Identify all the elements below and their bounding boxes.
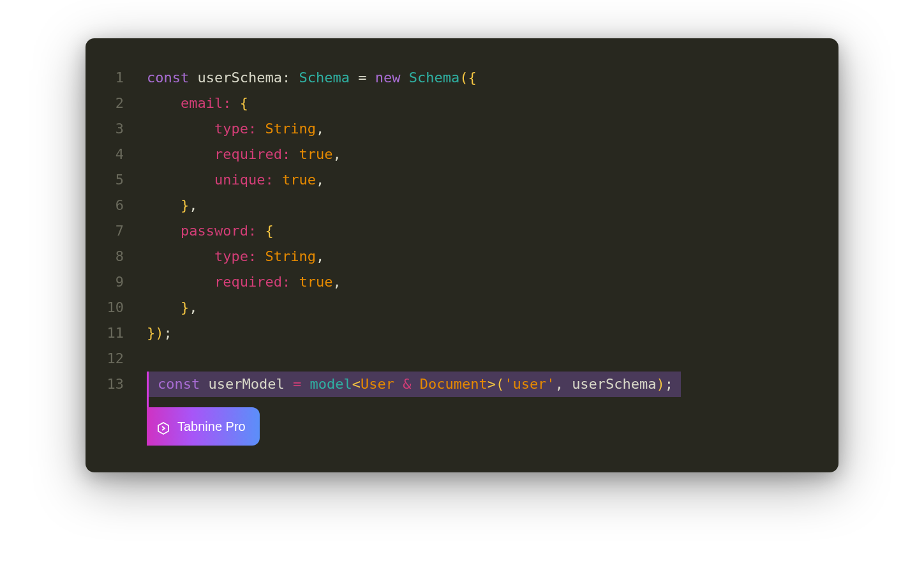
code-line[interactable]: 8 type: String, — [98, 244, 812, 269]
code-content: required: true, — [147, 269, 812, 295]
suggestion-line[interactable]: 13 const userModel = model<User & Docume… — [98, 372, 812, 397]
line-number: 5 — [98, 167, 124, 193]
code-content: }); — [147, 320, 812, 346]
code-editor: 1const userSchema: Schema = new Schema({… — [86, 38, 838, 472]
code-line[interactable]: 3 type: String, — [98, 116, 812, 142]
line-number: 13 — [98, 372, 124, 397]
line-number: 4 — [98, 142, 124, 167]
code-line[interactable]: 4 required: true, — [98, 142, 812, 167]
code-line[interactable]: 9 required: true, — [98, 269, 812, 295]
line-number: 9 — [98, 269, 124, 295]
svg-marker-0 — [158, 423, 168, 434]
code-content: email: { — [147, 91, 812, 116]
tabnine-badge[interactable]: Tabnine Pro — [147, 407, 260, 446]
code-line[interactable]: 7 password: { — [98, 218, 812, 244]
code-content: type: String, — [147, 244, 812, 269]
code-line[interactable]: 6 }, — [98, 193, 812, 218]
line-number: 6 — [98, 193, 124, 218]
code-area[interactable]: 1const userSchema: Schema = new Schema({… — [98, 65, 812, 446]
line-number: 8 — [98, 244, 124, 269]
code-content: unique: true, — [147, 167, 812, 193]
code-line[interactable]: 12 — [98, 346, 812, 372]
suggestion-box[interactable]: const userModel = model<User & Document>… — [147, 372, 681, 397]
code-content: }, — [147, 295, 812, 320]
line-number: 2 — [98, 91, 124, 116]
code-content: const userSchema: Schema = new Schema({ — [147, 65, 812, 91]
line-number: 11 — [98, 320, 124, 346]
code-line[interactable]: 10 }, — [98, 295, 812, 320]
code-line[interactable]: 11}); — [98, 320, 812, 346]
tabnine-icon — [156, 419, 171, 434]
line-number: 10 — [98, 295, 124, 320]
code-content: required: true, — [147, 142, 812, 167]
line-number: 3 — [98, 116, 124, 142]
code-line[interactable]: 1const userSchema: Schema = new Schema({ — [98, 65, 812, 91]
line-number: 7 — [98, 218, 124, 244]
code-line[interactable]: 5 unique: true, — [98, 167, 812, 193]
line-number: 1 — [98, 65, 124, 91]
badge-label: Tabnine Pro — [177, 414, 246, 439]
code-content: }, — [147, 193, 812, 218]
code-content: type: String, — [147, 116, 812, 142]
code-line[interactable]: 2 email: { — [98, 91, 812, 116]
line-number: 12 — [98, 346, 124, 372]
code-content: password: { — [147, 218, 812, 244]
